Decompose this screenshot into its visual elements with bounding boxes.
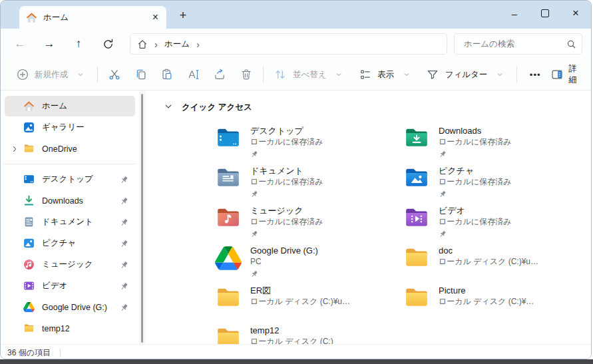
sidebar-scrollbar[interactable] (139, 91, 146, 344)
grid-item-5[interactable]: ミュージックローカルに保存済み (215, 205, 403, 237)
grid-item-title: ドキュメント (250, 165, 323, 176)
plus-circle-icon (15, 68, 29, 82)
search-box[interactable] (454, 33, 582, 55)
sidebar-item-label: デスクトップ (42, 174, 116, 185)
sidebar-item-music[interactable]: ミュージック (5, 254, 135, 275)
cut-icon (107, 68, 121, 82)
tab-close-icon[interactable]: × (151, 12, 160, 23)
grid-item-9[interactable]: ER図ローカル ディスク (C:)¥u… (215, 285, 403, 317)
sidebar-item-desktop[interactable]: デスクトップ (5, 169, 135, 190)
sidebar-item-document[interactable]: ドキュメント (5, 212, 135, 232)
scrollbar-thumb[interactable] (141, 94, 143, 343)
sidebar-item-gallery[interactable]: ギャラリー (5, 117, 135, 138)
chevron-right-icon[interactable] (9, 144, 21, 154)
new-button[interactable]: 新規作成 (11, 64, 91, 86)
maximize-button[interactable] (530, 1, 560, 26)
explorer-window: ホーム × + – × ← → ↑ › ホーム › (0, 0, 592, 359)
sidebar-item-folder[interactable]: temp12 (5, 318, 135, 339)
share-button[interactable] (209, 64, 231, 86)
delete-button[interactable] (235, 64, 257, 86)
copy-button[interactable] (130, 64, 152, 86)
grid-item-subtitle: ローカルに保存済み (439, 136, 511, 147)
chevron-down-icon (493, 68, 506, 82)
grid-item-11[interactable]: temp12ローカル ディスク (C:) (215, 325, 403, 344)
view-button[interactable]: 表示 (354, 64, 417, 86)
filter-button[interactable]: フィルター (422, 64, 511, 86)
more-options-button[interactable]: ••• (523, 70, 548, 80)
chevron-spacer (9, 101, 21, 112)
pin-icon (120, 303, 128, 311)
main-content: クイック アクセス デスクトップローカルに保存済みDownloadsローカルに保… (146, 91, 591, 344)
gallery-icon (23, 122, 35, 133)
pin-icon (250, 149, 258, 157)
desktop-icon (23, 174, 35, 185)
home-icon (23, 100, 35, 112)
grid-item-10[interactable]: Pictureローカル ディスク (C:)¥… (403, 285, 591, 317)
folder-icon (23, 143, 35, 154)
quick-access-grid: デスクトップローカルに保存済みDownloadsローカルに保存済みドキュメントロ… (215, 125, 591, 344)
grid-item-4[interactable]: ピクチャローカルに保存済み (403, 165, 591, 197)
home-outline-icon (137, 39, 148, 49)
back-button[interactable]: ← (10, 34, 30, 54)
grid-item-7[interactable]: Google Drive (G:)PC (215, 245, 403, 277)
grid-item-subtitle: PC (250, 256, 318, 267)
breadcrumb-home[interactable]: ホーム (164, 39, 190, 50)
sidebar-item-label: ギャラリー (42, 122, 128, 133)
grid-item-subtitle: ローカルに保存済み (250, 176, 323, 187)
pin-icon (120, 239, 128, 248)
grid-item-2[interactable]: Downloadsローカルに保存済み (403, 125, 591, 157)
grid-item-3[interactable]: ドキュメントローカルに保存済み (215, 165, 403, 197)
view-button-label: 表示 (377, 69, 394, 81)
grid-item-title: ER図 (250, 285, 350, 296)
forward-button[interactable]: → (39, 34, 59, 54)
sort-button[interactable]: 並べ替え (270, 64, 350, 86)
filter-icon (426, 68, 440, 82)
folder-icon (403, 285, 430, 311)
trash-icon (239, 68, 253, 82)
close-button[interactable]: × (560, 1, 591, 26)
sidebar-item-label: ビデオ (42, 280, 116, 291)
folder-icon (215, 285, 242, 311)
quick-access-header[interactable]: クイック アクセス (164, 100, 591, 114)
sidebar-item-folder[interactable]: OneDrive (5, 138, 135, 159)
chevron-spacer (9, 217, 21, 228)
grid-item-text: docローカル ディスク (C:)¥u… (439, 245, 538, 267)
chevron-spacer (9, 122, 21, 133)
address-bar[interactable]: › ホーム › (130, 33, 447, 55)
grid-item-title: デスクトップ (250, 125, 323, 136)
grid-item-8[interactable]: docローカル ディスク (C:)¥u… (403, 245, 591, 277)
grid-item-title: temp12 (250, 325, 333, 336)
sidebar-item-download[interactable]: Downloads (5, 190, 135, 211)
refresh-button[interactable] (98, 34, 118, 54)
up-button[interactable]: ↑ (69, 34, 89, 54)
minimize-button[interactable]: – (499, 1, 530, 26)
grid-item-text: temp12ローカル ディスク (C:) (250, 325, 333, 344)
titlebar[interactable]: ホーム × + – × (1, 1, 591, 29)
sidebar-item-label: OneDrive (42, 144, 128, 154)
details-button[interactable]: 詳細 (548, 59, 581, 90)
search-input[interactable] (463, 39, 566, 49)
chevron-spacer (9, 196, 21, 206)
toolbar: 新規作成 並べ替え 表示 フィルター (1, 59, 591, 91)
sidebar-item-video[interactable]: ビデオ (5, 275, 135, 296)
window-controls: – × (499, 1, 591, 26)
new-tab-button[interactable]: + (175, 7, 191, 23)
grid-item-subtitle: ローカルに保存済み (250, 216, 323, 227)
cut-button[interactable] (103, 64, 125, 86)
sidebar-item-gdrive[interactable]: Google Drive (G:) (5, 297, 135, 317)
navigation-bar: ← → ↑ › ホーム › (1, 29, 591, 59)
sidebar-item-home[interactable]: ホーム (5, 96, 135, 116)
tab-home[interactable]: ホーム × (19, 6, 166, 29)
chevron-down-icon[interactable] (164, 101, 172, 113)
folder-icon (23, 323, 35, 334)
video-icon (23, 280, 35, 291)
pin-icon (250, 189, 258, 197)
paste-button[interactable] (156, 64, 178, 86)
chevron-spacer (9, 238, 21, 249)
sidebar-item-label: ドキュメント (42, 216, 116, 228)
rename-button[interactable] (182, 64, 204, 86)
grid-item-6[interactable]: ビデオローカルに保存済み (403, 205, 591, 237)
grid-item-1[interactable]: デスクトップローカルに保存済み (215, 125, 403, 157)
document-icon (23, 216, 35, 228)
sidebar-item-picture[interactable]: ピクチャ (5, 233, 135, 254)
